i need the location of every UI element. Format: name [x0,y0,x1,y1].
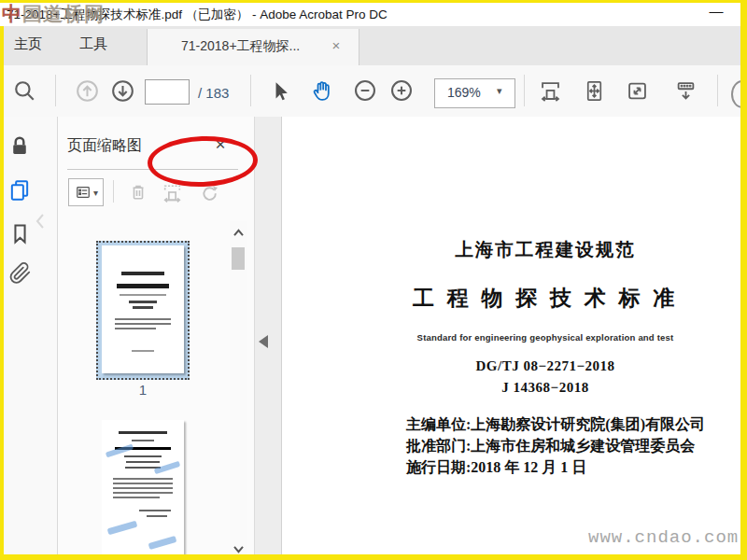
zoom-in-icon[interactable] [388,77,415,104]
doc-effective-date-line: 施行日期:2018 年 12 月 1 日 [406,458,586,478]
title-bar: 71-2018+工程物探技术标准.pdf （已加密） - Adobe Acrob… [0,0,747,26]
zoom-level-value: 169% [447,85,481,100]
main-toolbar: / 183 169% ▾ [0,65,747,118]
bookmarks-panel-icon[interactable] [6,219,34,247]
doc-heading: 上海市工程建设规范 [282,237,740,262]
delete-pages-icon [125,179,151,205]
search-icon[interactable] [11,77,37,104]
chevron-down-icon: ▾ [497,85,502,97]
attachments-panel-icon[interactable] [6,259,34,287]
toolbar-separator [55,75,56,106]
frame-border-top [0,0,747,3]
previous-page-button [74,77,100,104]
fit-width-icon[interactable] [537,77,563,104]
doc-approval-line: 批准部门:上海市住房和城乡建设管理委员会 [406,437,695,456]
panel-title: 页面缩略图 [67,136,142,156]
full-screen-icon[interactable] [624,77,650,104]
site-watermark-accent: 中 [2,1,21,27]
tab-document-label: 71-2018+工程物探... [181,38,300,55]
doc-record-code: J 14368−2018 [282,380,740,396]
select-tool-icon[interactable] [266,77,292,104]
fit-page-icon[interactable] [581,77,607,104]
tab-home[interactable]: 主页 [14,35,42,53]
frame-border-left [0,26,4,560]
page-thumbnails-panel-icon[interactable] [6,176,34,204]
thumbnail-page-1[interactable] [102,245,184,373]
site-watermark-bottomright: www.cndao.com [588,527,739,548]
chevron-down-icon: ▾ [93,188,98,198]
minimize-button[interactable]: — [702,3,730,23]
doc-title: 工 程 物 探 技 术 标 准 [282,284,740,313]
tab-tools[interactable]: 工具 [79,35,107,53]
scrollbar-thumb[interactable] [232,247,245,270]
thumbnails-scrollbar[interactable] [230,221,247,554]
toolbar-separator [717,75,718,106]
tab-document[interactable]: 71-2018+工程物探... × [147,29,359,65]
left-rail [0,117,58,554]
page-count-label: / 183 [198,85,229,101]
collapse-toolbar-icon[interactable] [672,77,698,104]
collapse-panel-icon[interactable] [259,335,268,348]
document-page[interactable]: 上海市工程建设规范 工 程 物 探 技 术 标 准 Standard for e… [282,117,740,554]
zoom-out-icon[interactable] [352,77,378,104]
frame-border-right [740,0,747,560]
panel-toolbar-separator [113,180,114,203]
panel-collapse-strip[interactable] [254,117,282,554]
tab-close-icon[interactable]: × [327,37,345,56]
frame-border-bottom [0,554,747,560]
zoom-level-dropdown[interactable]: 169% ▾ [434,78,515,108]
doc-subtitle-english: Standard for engineering geophysical exp… [282,332,740,343]
thumbnail-page-2[interactable] [102,420,184,554]
scroll-up-icon[interactable] [232,227,245,238]
hand-tool-icon[interactable] [309,77,335,104]
toolbar-separator [524,75,525,106]
tab-bar: 主页 工具 71-2018+工程物探... × [0,26,747,66]
doc-standard-code: DG/TJ 08−2271−2018 [282,358,740,374]
toolbar-separator [250,75,251,106]
panel-attach-chevron-icon [35,213,45,230]
thumbnail-page-number: 1 [96,382,190,398]
next-page-button[interactable] [109,77,135,104]
page-number-input[interactable] [145,79,190,105]
lock-icon[interactable] [6,133,34,161]
thumbnail-options-button[interactable]: ▾ [68,178,104,206]
scroll-down-icon[interactable] [232,543,245,554]
doc-chief-editor-line: 主编单位:上海勘察设计研究院(集团)有限公司 [406,415,705,435]
